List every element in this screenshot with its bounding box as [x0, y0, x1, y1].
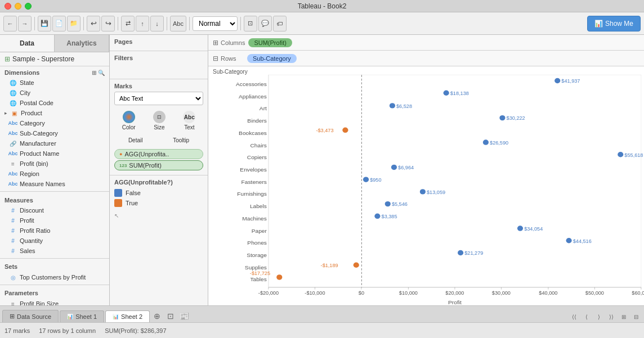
field-postal[interactable]: 🌐Postal Code	[0, 98, 109, 108]
new-sheet-button[interactable]: ⊕	[151, 310, 163, 322]
columns-icon: ⊞	[213, 39, 218, 47]
svg-text:Binders: Binders	[247, 118, 267, 124]
open-button[interactable]: 📁	[67, 16, 80, 31]
field-quantity[interactable]: #Quantity	[0, 236, 109, 246]
field-subcategory[interactable]: AbcSub-Category	[0, 128, 109, 138]
dot-labels	[385, 201, 391, 206]
abc-icon-3: Abc	[9, 150, 17, 157]
new-dashboard-button[interactable]: ⊡	[164, 310, 177, 322]
minimize-button[interactable]	[15, 3, 21, 10]
parameters-header: Parameters	[0, 287, 109, 299]
rows-label: ⊟ Rows	[213, 55, 244, 62]
data-source-tab[interactable]: ⊞ Data Source	[2, 310, 59, 322]
sum-profit-pill[interactable]: 123 SUM(Profit)	[114, 160, 203, 170]
svg-text:$50,000: $50,000	[585, 290, 604, 296]
color-button[interactable]: Color	[118, 109, 140, 133]
dot-phones	[566, 238, 571, 243]
close-button[interactable]	[5, 3, 11, 10]
field-product-expand[interactable]: ▸ ▣ Product	[0, 108, 109, 118]
color-label: Color	[122, 124, 136, 130]
nav-first[interactable]: ⟨⟨	[569, 311, 580, 322]
back-button[interactable]: ←	[3, 16, 17, 31]
param-icon: ≡	[9, 300, 17, 305]
size-button[interactable]: ⊡ Size	[149, 109, 170, 133]
datasource-tab-icon: ⊞	[10, 313, 15, 320]
field-profit[interactable]: #Profit	[0, 215, 109, 226]
nav-prev[interactable]: ⟨	[581, 311, 592, 322]
agg-unprofitable-pill[interactable]: ● AGG(Unprofita..	[114, 149, 203, 159]
dimensions-header: Dimensions ⊞ 🔍	[0, 66, 109, 78]
field-region[interactable]: AbcRegion	[0, 169, 109, 179]
sheet2-icon: 📊	[113, 314, 119, 319]
svg-text:$0: $0	[359, 290, 364, 296]
field-state[interactable]: 🌐State	[0, 78, 109, 88]
undo-button[interactable]: ↩	[87, 16, 100, 31]
swap-button[interactable]: ⇄	[121, 16, 135, 31]
sort-desc-button[interactable]: ↓	[150, 16, 164, 31]
maximize-button[interactable]	[25, 3, 32, 10]
forward-button[interactable]: →	[18, 16, 32, 31]
fit-button[interactable]: ⊡	[244, 16, 257, 31]
text-icon: Abc	[183, 111, 195, 123]
field-product-name[interactable]: AbcProduct Name	[0, 148, 109, 159]
sheet-sorter[interactable]: ⊞	[618, 311, 629, 322]
measure-icon: ≡	[9, 160, 17, 168]
nav-next[interactable]: ⟩	[593, 311, 605, 322]
field-category[interactable]: AbcCategory	[0, 118, 109, 128]
tooltip-button[interactable]: 💬	[258, 16, 272, 31]
svg-text:Profit: Profit	[448, 299, 462, 305]
sort-asc-button[interactable]: ↑	[136, 16, 149, 31]
datasource-icon: ⊞	[5, 55, 10, 63]
marks-type-dropdown[interactable]: Abc Text	[114, 92, 203, 105]
svg-text:$41,937: $41,937	[561, 79, 580, 84]
link-icon: 🔗	[9, 139, 17, 147]
sheet-filmstrip[interactable]: ⊟	[630, 311, 642, 322]
text-button[interactable]: Abc Text	[178, 109, 200, 133]
field-profit-ratio[interactable]: #Profit Ratio	[0, 226, 109, 236]
new-button[interactable]: 📄	[52, 16, 66, 31]
field-discount[interactable]: #Discount	[0, 205, 109, 215]
field-profit-bin-size[interactable]: ≡Profit Bin Size	[0, 299, 109, 305]
size-label: Size	[154, 124, 164, 130]
tab-analytics[interactable]: Analytics	[55, 35, 109, 52]
chart-size-dropdown[interactable]: Normal	[193, 16, 238, 31]
svg-text:$30,222: $30,222	[507, 116, 525, 121]
redo-button[interactable]: ↪	[101, 16, 115, 31]
label-button[interactable]: 🏷	[273, 16, 287, 31]
columns-pill[interactable]: SUM(Profit)	[248, 38, 292, 47]
sheet1-tab[interactable]: 📊 Sheet 1	[60, 310, 104, 322]
field-measure-names[interactable]: AbcMeasure Names	[0, 179, 109, 189]
detail-button[interactable]: Detail	[124, 135, 147, 146]
field-top-customers[interactable]: ◎Top Customers by Profit	[0, 272, 109, 282]
field-manufacturer[interactable]: 🔗Manufacturer	[0, 138, 109, 148]
save-button[interactable]: 💾	[38, 16, 51, 31]
dot-storage	[458, 250, 463, 255]
datasource-item[interactable]: ⊞ Sample - Superstore	[0, 52, 109, 66]
field-city[interactable]: 🌐City	[0, 88, 109, 98]
marks-section: Marks Abc Text Color ⊡ Size Abc Text	[110, 79, 208, 175]
field-sales[interactable]: #Sales	[0, 246, 109, 256]
pages-label: Pages	[114, 38, 203, 45]
rows-info: 17 rows by 1 column	[39, 327, 96, 334]
tab-data[interactable]: Data	[0, 35, 55, 52]
dot-paper	[517, 226, 523, 231]
tooltip-button[interactable]: Tooltip	[168, 135, 194, 146]
sets-header: Sets	[0, 261, 109, 272]
svg-text:$3,385: $3,385	[382, 214, 397, 219]
sheet-tabs: ⊞ Data Source 📊 Sheet 1 📊 Sheet 2 ⊕ ⊡ 📰 …	[0, 305, 644, 322]
field-profit-bin[interactable]: ≡Profit (bin)	[0, 159, 109, 169]
format-button[interactable]: Abc	[170, 16, 186, 31]
sheet2-tab[interactable]: 📊 Sheet 2	[105, 310, 150, 322]
globe-icon: 🌐	[9, 79, 17, 87]
dot-fasteners	[363, 177, 369, 182]
new-story-button[interactable]: 📰	[178, 310, 190, 322]
nav-arrows: ⟨⟨ ⟨ ⟩ ⟩⟩ ⊞ ⊟	[569, 311, 642, 322]
toolbar-separator-6	[240, 17, 241, 30]
show-me-button[interactable]: 📊 Show Me	[587, 16, 641, 31]
rows-pill[interactable]: Sub-Category	[247, 54, 297, 63]
svg-text:Art: Art	[260, 106, 267, 112]
svg-text:-$3,473: -$3,473	[316, 128, 333, 133]
dot-art	[390, 103, 395, 108]
nav-last[interactable]: ⟩⟩	[606, 311, 617, 322]
svg-rect-0	[269, 75, 641, 287]
